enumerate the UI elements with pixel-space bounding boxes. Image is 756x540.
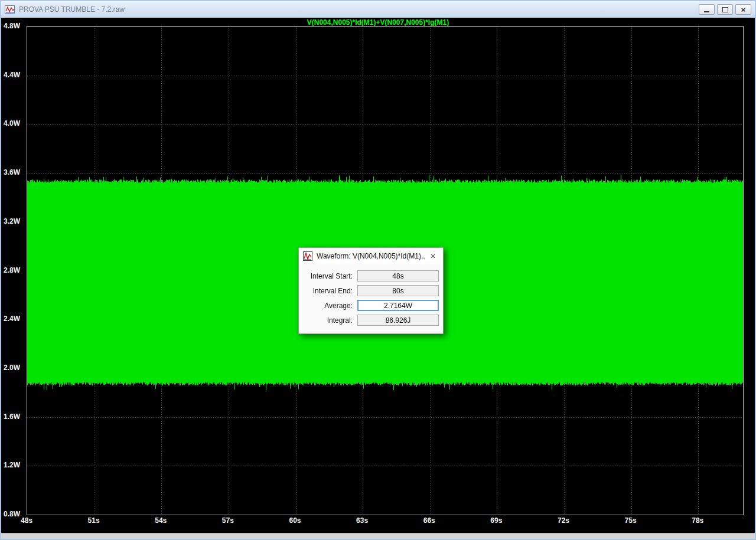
interval-end-input[interactable] (357, 285, 439, 296)
x-tick-label: 60s (289, 516, 301, 525)
interval-start-row: Interval Start: (299, 269, 439, 283)
maximize-button[interactable] (717, 4, 733, 15)
maximize-icon (722, 7, 728, 12)
x-tick-label: 72s (558, 516, 569, 525)
close-icon: × (741, 6, 746, 14)
y-tick-label: 4.4W (4, 71, 20, 79)
window-bottom-strip (1, 533, 755, 539)
y-tick-label: 2.8W (4, 266, 20, 274)
y-tick-label: 0.8W (4, 510, 20, 518)
window-titlebar[interactable]: PROVA PSU TRUMBLE - 7.2.raw × (1, 1, 755, 18)
x-tick-label: 51s (88, 516, 100, 525)
interval-start-label: Interval Start: (299, 272, 357, 280)
dialog-body: Interval Start: Interval End: Average: I… (299, 264, 443, 333)
minimize-icon (704, 11, 709, 12)
x-tick-label: 69s (490, 516, 502, 525)
y-tick-label: 3.6W (4, 168, 20, 176)
waveform-dialog: Waveform: V(N004,N005)*Id(M1)... × Inter… (298, 247, 444, 334)
waveform-icon (303, 251, 313, 261)
interval-end-row: Interval End: (299, 283, 439, 298)
x-tick-label: 48s (21, 516, 32, 525)
integral-label: Integral: (299, 316, 357, 325)
x-tick-label: 54s (155, 516, 167, 525)
x-tick-label: 63s (356, 516, 368, 525)
app-icon (5, 5, 15, 14)
integral-input[interactable] (357, 315, 439, 326)
dialog-titlebar[interactable]: Waveform: V(N004,N005)*Id(M1)... × (299, 248, 443, 264)
average-input[interactable] (357, 300, 439, 311)
interval-end-label: Interval End: (299, 287, 357, 295)
y-tick-label: 4.0W (4, 119, 20, 127)
y-tick-label: 2.4W (4, 315, 20, 323)
window-title: PROVA PSU TRUMBLE - 7.2.raw (19, 5, 699, 14)
close-button[interactable]: × (735, 4, 751, 15)
y-tick-label: 2.0W (4, 364, 20, 372)
dialog-title: Waveform: V(N004,N005)*Id(M1)... (317, 252, 425, 260)
x-tick-label: 75s (625, 516, 637, 525)
y-tick-label: 1.6W (4, 413, 20, 421)
dialog-close-button[interactable]: × (425, 250, 441, 263)
integral-row: Integral: (299, 313, 439, 328)
x-tick-label: 66s (423, 516, 435, 525)
y-tick-label: 4.8W (4, 22, 20, 30)
window-controls: × (699, 4, 751, 15)
x-tick-label: 57s (222, 516, 234, 525)
trace-title[interactable]: V(N004,N005)*Id(M1)+V(N007,N005)*Ig(M1) (1, 18, 755, 27)
average-row: Average: (299, 298, 439, 313)
average-label: Average: (299, 302, 357, 310)
interval-start-input[interactable] (357, 270, 439, 282)
y-tick-label: 1.2W (4, 461, 20, 469)
minimize-button[interactable] (699, 4, 715, 15)
ltspice-window: PROVA PSU TRUMBLE - 7.2.raw × V(N004,N00… (0, 0, 756, 540)
x-tick-label: 78s (692, 516, 703, 525)
y-tick-label: 3.2W (4, 217, 20, 225)
